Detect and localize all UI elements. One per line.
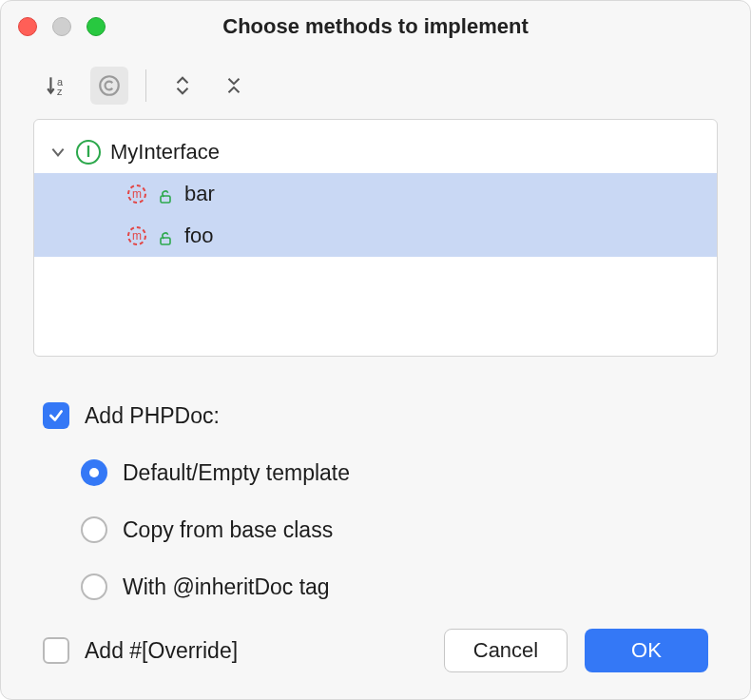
methods-tree[interactable]: I MyInterface m bar m foo <box>33 119 718 357</box>
sort-alpha-button[interactable]: a z <box>39 67 77 105</box>
toolbar: a z <box>1 52 750 109</box>
tree-method-label: bar <box>184 182 215 206</box>
add-phpdoc-checkbox[interactable] <box>43 402 69 429</box>
tree-method-row[interactable]: m bar <box>34 173 717 215</box>
radio-default-template-row[interactable]: Default/Empty template <box>43 444 708 501</box>
unlocked-icon <box>158 185 175 203</box>
unlocked-icon <box>158 227 175 244</box>
svg-rect-5 <box>161 196 170 203</box>
tree-method-label: foo <box>184 224 214 248</box>
expand-all-button[interactable] <box>164 67 202 105</box>
radio-inherit-label: With @inheritDoc tag <box>123 574 330 600</box>
radio-copy-base-row[interactable]: Copy from base class <box>43 501 708 558</box>
traffic-lights <box>18 17 106 36</box>
titlebar: Choose methods to implement <box>1 1 750 52</box>
method-icon: m <box>125 183 148 205</box>
add-phpdoc-label: Add PHPDoc: <box>85 403 220 429</box>
close-window-button[interactable] <box>18 17 37 36</box>
svg-point-2 <box>100 76 119 95</box>
chevron-down-icon <box>49 144 67 161</box>
method-icon: m <box>125 224 148 247</box>
add-override-checkbox[interactable] <box>43 637 69 664</box>
dialog-window: Choose methods to implement a z <box>0 0 751 700</box>
collapse-all-button[interactable] <box>215 67 253 105</box>
tree-root-row[interactable]: I MyInterface <box>34 131 717 173</box>
svg-text:m: m <box>132 187 142 201</box>
add-phpdoc-row[interactable]: Add PHPDoc: <box>43 387 708 444</box>
radio-copy-label: Copy from base class <box>123 517 333 543</box>
check-icon <box>48 407 65 424</box>
tree-method-row[interactable]: m foo <box>34 215 717 257</box>
cancel-button[interactable]: Cancel <box>444 629 568 672</box>
radio-inheritdoc[interactable] <box>81 574 107 600</box>
radio-inheritdoc-row[interactable]: With @inheritDoc tag <box>43 558 708 615</box>
interface-icon: I <box>76 140 101 165</box>
svg-text:z: z <box>57 86 63 97</box>
maximize-window-button[interactable] <box>87 17 106 36</box>
add-override-label: Add #[Override] <box>85 638 238 664</box>
dialog-footer: Add #[Override] Cancel OK <box>1 629 750 699</box>
tree-root-label: MyInterface <box>110 140 220 165</box>
svg-text:m: m <box>132 229 142 243</box>
dialog-title: Choose methods to implement <box>1 14 750 39</box>
toolbar-divider <box>145 69 146 102</box>
options-panel: Add PHPDoc: Default/Empty template Copy … <box>1 357 750 615</box>
add-override-row[interactable]: Add #[Override] <box>43 637 238 664</box>
copyright-filter-button[interactable] <box>90 67 128 105</box>
radio-copy-base[interactable] <box>81 516 107 543</box>
minimize-window-button[interactable] <box>52 17 71 36</box>
radio-default-template[interactable] <box>81 459 107 486</box>
radio-default-label: Default/Empty template <box>123 460 350 486</box>
ok-button[interactable]: OK <box>585 629 708 672</box>
svg-rect-8 <box>161 238 170 244</box>
